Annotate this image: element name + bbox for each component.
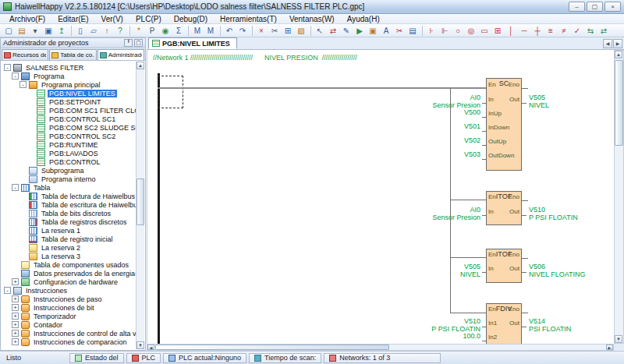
editor-vertical-scrollbar[interactable]: ▲ ▼ — [614, 50, 624, 344]
toolbar-page-preview-button[interactable]: ↑ — [101, 25, 113, 37]
operand-label[interactable]: V500 — [395, 108, 480, 116]
expand-icon[interactable]: + — [12, 338, 19, 345]
tree-item-pgb-control[interactable]: PGB:CONTROL — [1, 157, 136, 166]
expand-icon[interactable]: + — [12, 295, 19, 302]
toolbar-vertical-line-button[interactable]: │ — [505, 25, 517, 37]
operand-label[interactable]: V514PSI FLOATIN — [529, 317, 571, 333]
operand-label[interactable]: AI0Sensor Presion — [395, 94, 480, 109]
tree-item-programa-interno[interactable]: Programa interno — [1, 175, 136, 183]
tree-item-instrucciones[interactable]: -Instrucciones — [1, 286, 136, 295]
tree-item-pgb-com-sc1-filter-cloth[interactable]: PGB:COM SC1 FILTER CLOTH — [1, 106, 136, 115]
toolbar-copy-button[interactable]: ⊞ — [282, 25, 294, 37]
tree-item-pgb-nivel-limites[interactable]: PGB:NIVEL LIMITES — [1, 89, 136, 97]
panel-tab-administrado[interactable]: Administrado... — [98, 49, 144, 60]
tree-item-tabla-de-lectura-de-haiwelbus[interactable]: Tabla de lectura de Haiwelbus — [1, 192, 136, 200]
toolbar-paste-button[interactable]: ▧ — [295, 25, 307, 37]
editor-scroll-right-icon[interactable]: ▶ — [606, 345, 613, 350]
toolbar-convert-ladder-button[interactable]: ⇆ — [584, 25, 597, 37]
toolbar-function-block-button[interactable]: ▭ — [478, 25, 491, 37]
toolbar-new-project-button[interactable]: ▢ — [2, 25, 15, 37]
expand-icon[interactable]: + — [12, 304, 19, 311]
toolbar-annotate-button[interactable]: ✎ — [340, 25, 353, 37]
toolbar-coil-button[interactable]: ○ — [452, 25, 464, 37]
toolbar-open-project-button[interactable]: ▤ — [16, 25, 28, 37]
toolbar-subroutine-call-button[interactable]: ⊞ — [491, 25, 504, 37]
operand-label[interactable]: V501 — [395, 122, 480, 130]
toolbar-select-mode-button[interactable]: ↖ — [314, 25, 326, 37]
toolbar-open-file-button[interactable]: ▱ — [87, 25, 100, 37]
toolbar-split-button[interactable]: ✂ — [393, 25, 406, 37]
tree-scroll-down-icon[interactable]: ▼ — [136, 341, 144, 349]
operand-label[interactable]: V506NIVEL FLOATING — [529, 263, 586, 278]
tree-item-la-reserva-1[interactable]: La reserva 1 — [1, 226, 136, 235]
project-tree[interactable]: -SALNESS FILTER-Programa-Programa princi… — [1, 62, 136, 350]
toolbar-archive-button[interactable]: ▣ — [367, 25, 379, 37]
operand-label[interactable]: 100.0 — [395, 332, 480, 340]
toolbar-cut-button[interactable]: ✂ — [268, 25, 281, 37]
menu-ver[interactable]: Ver(V) — [95, 15, 129, 23]
operand-label[interactable]: V505NIVEL — [395, 263, 480, 278]
tree-item-programa[interactable]: -Programa — [1, 72, 136, 80]
editor-hscroll-thumb[interactable] — [155, 345, 389, 350]
toolbar-plc-link-button[interactable]: ⇄ — [327, 25, 339, 37]
toolbar-font-style-button[interactable]: A — [380, 25, 392, 37]
editor-horizontal-scrollbar[interactable]: ◀ ▶ — [147, 344, 614, 351]
toolbar-horizontal-line-button[interactable]: ─ — [518, 25, 530, 37]
operand-label[interactable]: V510P PSI FLOATIN — [529, 206, 578, 221]
tab-pgb-nivel-limites[interactable]: PGB:NIVEL LIMITES — [148, 37, 237, 49]
toolbar-new-file-button[interactable]: ▯ — [74, 25, 87, 37]
panel-tab-recursos-del[interactable]: Recursos del ... — [2, 49, 48, 60]
toolbar-delete-line-button[interactable]: ┼ — [531, 25, 544, 37]
expand-icon[interactable]: + — [12, 330, 19, 337]
toolbar-find-button[interactable]: M — [191, 25, 204, 37]
tree-item-subprograma[interactable]: Subprograma — [1, 166, 136, 175]
minimize-button[interactable]: – — [569, 2, 585, 12]
close-button[interactable]: × — [604, 2, 621, 12]
maximize-button[interactable]: ▢ — [587, 2, 603, 12]
hide-panel-icon[interactable]: ▢ — [134, 39, 143, 47]
tree-item-tabla-de-registros-discretos[interactable]: Tabla de registros discretos — [1, 217, 136, 226]
menu-editar[interactable]: Editar(E) — [51, 15, 94, 23]
toolbar-compile-download-button[interactable]: ↥ — [55, 25, 68, 37]
tree-item-la-reserva-3[interactable]: La reserva 3 — [1, 252, 136, 260]
tree-scroll-up-icon[interactable]: ▲ — [136, 62, 144, 69]
toolbar-coil-set-button[interactable]: ◎ — [465, 25, 477, 37]
tree-item-instrucciones-de-comparacion[interactable]: +Instrucciones de comparacion — [1, 337, 136, 346]
toolbar-redo-button[interactable]: ↷ — [236, 25, 249, 37]
fbd-block-sc[interactable]: SCEnInInUpInDownOutUpOutDownEnoOut — [486, 78, 522, 171]
operand-label[interactable]: AI0Sensor Presion — [395, 206, 480, 221]
tree-item-temporizador[interactable]: +Temporizador — [1, 312, 136, 320]
tab-scroll-right-icon[interactable]: ▶ — [613, 39, 622, 48]
tree-item-tabla[interactable]: -Tabla — [1, 183, 136, 192]
menu-ayuda[interactable]: Ayuda(H) — [341, 15, 386, 23]
tree-item-pgb-lavados[interactable]: PGB:LAVADOS — [1, 149, 136, 157]
tree-item-pgb-control-sc2[interactable]: PGB:CONTROL SC2 — [1, 132, 136, 140]
tree-item-pgb-setpoint[interactable]: PGB:SETPOINT — [1, 97, 136, 106]
tree-item-programa-principal[interactable]: -Programa principal — [1, 80, 136, 89]
tree-item-instrucciones-de-control-de-alta-velocidad[interactable]: +Instrucciones de control de alta veloci… — [1, 329, 136, 337]
menu-archivo[interactable]: Archivo(F) — [3, 15, 51, 23]
toolbar-print-button[interactable]: P — [146, 25, 158, 37]
editor-scroll-up-icon[interactable]: ▲ — [615, 51, 622, 58]
toolbar-project-dropdown-button[interactable]: ▾ — [29, 25, 41, 37]
toolbar-undo-button[interactable]: ↶ — [223, 25, 236, 37]
collapse-icon[interactable]: - — [20, 81, 27, 88]
tree-item-configuracion-de-hardware[interactable]: +Configuracion de hardware — [1, 277, 136, 286]
tree-item-tabla-de-escritura-de-haiwelbus[interactable]: Tabla de escritura de Haiwelbus — [1, 200, 136, 209]
operand-label[interactable]: V503 — [395, 150, 480, 158]
ladder-canvas[interactable]: //Network 1 ////////////////////////////… — [147, 50, 614, 344]
menu-herramientas[interactable]: Herramientas(T) — [214, 15, 283, 23]
operand-label[interactable]: V502 — [395, 136, 480, 144]
toolbar-syntax-check-button[interactable]: ✓ — [571, 25, 583, 37]
fbd-block-itof[interactable]: ITOFEnInEnoOut — [486, 249, 522, 283]
tree-item-instrucciones-de-paso[interactable]: +Instrucciones de paso — [1, 295, 136, 303]
toolbar-contact-closed-button[interactable]: ⊩ — [438, 25, 451, 37]
tree-item-salness-filter[interactable]: -SALNESS FILTER — [1, 63, 136, 72]
toolbar-page-help-button[interactable]: ? — [114, 25, 126, 37]
tab-scroll-left-icon[interactable]: ◀ — [603, 39, 612, 48]
toolbar-settings-dropdown-button[interactable]: * — [133, 25, 145, 37]
tree-item-tabla-de-bits-discretos[interactable]: Tabla de bits discretos — [1, 209, 136, 217]
toolbar-network-insert-button[interactable]: ≡ — [544, 25, 557, 37]
expand-icon[interactable]: + — [12, 313, 19, 320]
editor-scroll-down-icon[interactable]: ▼ — [615, 335, 622, 343]
